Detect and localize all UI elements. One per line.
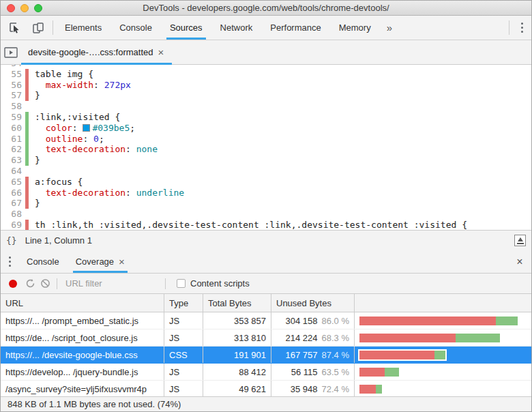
more-tabs-button[interactable]: »	[380, 16, 399, 40]
file-tab-close-icon[interactable]: ×	[158, 47, 164, 57]
code-line-65[interactable]: 65a:focus {	[1, 177, 531, 188]
cell-total-bytes: 313 810	[203, 329, 271, 346]
main-menu-kebab-icon[interactable]	[512, 16, 531, 40]
cell-type: CSS	[164, 347, 203, 363]
cell-type: JS	[164, 381, 203, 396]
code-line-59[interactable]: 59:link,:visited {	[1, 112, 531, 123]
device-toolbar-icon[interactable]	[29, 20, 47, 36]
cell-type: JS	[164, 364, 203, 380]
code-line-55[interactable]: 55table img {	[1, 69, 531, 80]
line-number[interactable]: 63	[1, 155, 25, 166]
code-text: }	[29, 90, 40, 101]
cell-url: https://... /devsite-google-blue.css	[1, 347, 164, 363]
coverage-row-4[interactable]: /async_survey?site=ylj5ifxusvvmr4pJS49 6…	[1, 381, 531, 396]
drawer-tab-close-icon[interactable]: ×	[119, 256, 125, 267]
cell-unused-bytes: 214 22468.3 %	[271, 329, 355, 346]
code-text: }	[29, 198, 40, 209]
used-bytes-bar	[434, 351, 445, 359]
column-header-type[interactable]: Type	[164, 294, 203, 312]
cursor-position: Line 1, Column 1	[25, 235, 92, 246]
content-scripts-checkbox[interactable]	[177, 279, 186, 288]
inspect-element-icon[interactable]	[6, 20, 24, 36]
coverage-row-2[interactable]: https://... /devsite-google-blue.cssCSS1…	[1, 347, 531, 364]
used-bytes-bar	[456, 334, 500, 342]
line-number[interactable]: 66	[1, 188, 25, 198]
drawer-tabbar: ConsoleCoverage× ×	[1, 250, 531, 274]
code-line-63[interactable]: 63}	[1, 155, 531, 166]
show-navigator-icon[interactable]	[1, 40, 21, 64]
drawer-close-icon[interactable]: ×	[508, 250, 531, 273]
column-header-url[interactable]: URL	[1, 294, 164, 312]
cell-url: https://... /prompt_embed_static.js	[1, 312, 164, 329]
file-tab-label: devsite-google-….css:formatted	[28, 47, 153, 57]
cell-unused-percent: 87.4 %	[322, 350, 349, 360]
code-text: outline: 0;	[29, 134, 104, 145]
expand-panel-icon[interactable]	[514, 235, 526, 246]
drawer-tab-coverage[interactable]: Coverage×	[68, 250, 133, 273]
line-number[interactable]: 56	[1, 80, 25, 91]
code-line-58[interactable]: 58	[1, 101, 531, 112]
panel-tab-memory[interactable]: Memory	[330, 16, 380, 40]
reload-icon[interactable]	[23, 276, 38, 291]
panel-tab-console[interactable]: Console	[110, 16, 161, 40]
line-number[interactable]: 58	[1, 101, 25, 112]
code-line-57[interactable]: 57}	[1, 90, 531, 101]
coverage-row-1[interactable]: https://de... /script_foot_closure.jsJS3…	[1, 329, 531, 347]
sources-status-bar: {} Line 1, Column 1	[1, 230, 531, 250]
cell-unused-percent: 72.4 %	[322, 384, 349, 394]
line-number[interactable]: 59	[1, 112, 25, 123]
code-line-56[interactable]: 56 max-width: 272px	[1, 80, 531, 91]
panel-tab-network[interactable]: Network	[211, 16, 262, 40]
color-swatch-icon[interactable]	[83, 124, 90, 132]
code-text: }	[29, 155, 40, 166]
code-text	[29, 209, 35, 220]
code-text: a:focus {	[29, 177, 83, 188]
clear-block-icon[interactable]	[38, 276, 53, 291]
coverage-row-3[interactable]: https://develop... /jquery-bundle.jsJS88…	[1, 364, 531, 381]
code-editor[interactable]: 5455table img {56 max-width: 272px57}585…	[1, 65, 531, 230]
code-line-68[interactable]: 68	[1, 209, 531, 220]
line-number[interactable]: 55	[1, 69, 25, 80]
drawer-menu-kebab-icon[interactable]	[1, 250, 18, 273]
column-header-total-bytes[interactable]: Total Bytes	[203, 294, 271, 312]
code-text: text-decoration: none	[29, 144, 158, 155]
devtools-window: DevTools - developers.google.com/web/too…	[0, 0, 532, 412]
cell-unused-percent: 68.3 %	[322, 333, 349, 343]
cell-unused-bytes: 304 15886.0 %	[271, 312, 355, 329]
line-number[interactable]: 62	[1, 144, 25, 155]
code-line-61[interactable]: 61 outline: 0;	[1, 134, 531, 145]
minimize-window-button[interactable]	[20, 4, 29, 12]
line-number[interactable]: 69	[1, 220, 25, 230]
coverage-summary-text: 848 KB of 1.1 MB bytes are not used. (74…	[8, 399, 181, 409]
code-line-66[interactable]: 66 text-decoration: underline	[1, 188, 531, 198]
pretty-print-icon[interactable]: {}	[6, 235, 17, 246]
panel-tab-performance[interactable]: Performance	[261, 16, 329, 40]
cell-url: https://de... /script_foot_closure.js	[1, 329, 164, 346]
line-number[interactable]: 57	[1, 90, 25, 101]
line-number[interactable]: 61	[1, 134, 25, 145]
code-line-60[interactable]: 60 color: #039be5;	[1, 123, 531, 134]
code-line-62[interactable]: 62 text-decoration: none	[1, 144, 531, 155]
line-number[interactable]: 60	[1, 123, 25, 134]
url-filter-input[interactable]	[65, 278, 161, 289]
drawer-tab-console[interactable]: Console	[18, 250, 68, 273]
cell-unused-percent: 63.5 %	[322, 367, 349, 377]
code-line-69[interactable]: 69th :link,th :visited,.devsite-test-con…	[1, 220, 531, 230]
close-window-button[interactable]	[7, 4, 15, 12]
main-tabbar: ElementsConsoleSourcesNetworkPerformance…	[1, 16, 531, 40]
file-tab-devsite-css[interactable]: devsite-google-….css:formatted ×	[21, 40, 172, 64]
line-number[interactable]: 67	[1, 198, 25, 209]
panel-tab-sources[interactable]: Sources	[161, 16, 211, 40]
record-coverage-button[interactable]	[9, 280, 17, 288]
code-line-64[interactable]: 64	[1, 166, 531, 177]
panel-tab-elements[interactable]: Elements	[56, 16, 110, 40]
coverage-row-0[interactable]: https://... /prompt_embed_static.jsJS353…	[1, 312, 531, 329]
cell-usage-bar	[355, 312, 531, 329]
line-number[interactable]: 68	[1, 209, 25, 220]
usage-bar	[359, 351, 445, 359]
line-number[interactable]: 65	[1, 177, 25, 188]
column-header-unused-bytes[interactable]: Unused Bytes	[271, 294, 355, 312]
line-number[interactable]: 64	[1, 166, 25, 177]
code-line-67[interactable]: 67}	[1, 198, 531, 209]
zoom-window-button[interactable]	[34, 4, 42, 12]
